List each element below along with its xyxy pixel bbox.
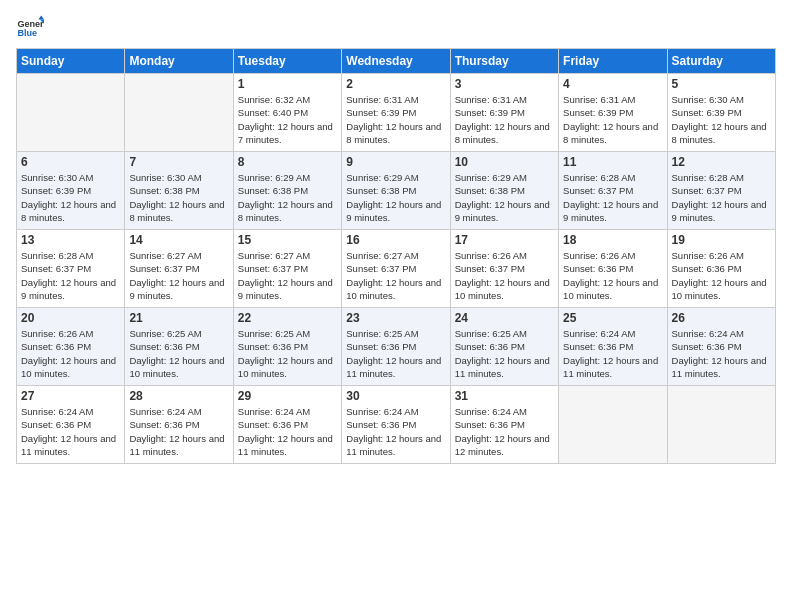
- day-number: 10: [455, 155, 554, 169]
- day-number: 13: [21, 233, 120, 247]
- day-info: Sunrise: 6:29 AMSunset: 6:38 PMDaylight:…: [346, 171, 445, 224]
- week-row-3: 13Sunrise: 6:28 AMSunset: 6:37 PMDayligh…: [17, 230, 776, 308]
- calendar-cell: 8Sunrise: 6:29 AMSunset: 6:38 PMDaylight…: [233, 152, 341, 230]
- day-info: Sunrise: 6:24 AMSunset: 6:36 PMDaylight:…: [672, 327, 771, 380]
- calendar-cell: 13Sunrise: 6:28 AMSunset: 6:37 PMDayligh…: [17, 230, 125, 308]
- day-info: Sunrise: 6:24 AMSunset: 6:36 PMDaylight:…: [346, 405, 445, 458]
- day-info: Sunrise: 6:24 AMSunset: 6:36 PMDaylight:…: [238, 405, 337, 458]
- day-number: 17: [455, 233, 554, 247]
- day-number: 30: [346, 389, 445, 403]
- calendar-cell: 10Sunrise: 6:29 AMSunset: 6:38 PMDayligh…: [450, 152, 558, 230]
- day-info: Sunrise: 6:25 AMSunset: 6:36 PMDaylight:…: [238, 327, 337, 380]
- day-number: 21: [129, 311, 228, 325]
- day-info: Sunrise: 6:31 AMSunset: 6:39 PMDaylight:…: [563, 93, 662, 146]
- day-info: Sunrise: 6:27 AMSunset: 6:37 PMDaylight:…: [129, 249, 228, 302]
- day-info: Sunrise: 6:30 AMSunset: 6:39 PMDaylight:…: [21, 171, 120, 224]
- calendar-cell: 12Sunrise: 6:28 AMSunset: 6:37 PMDayligh…: [667, 152, 775, 230]
- day-info: Sunrise: 6:32 AMSunset: 6:40 PMDaylight:…: [238, 93, 337, 146]
- day-info: Sunrise: 6:24 AMSunset: 6:36 PMDaylight:…: [455, 405, 554, 458]
- day-number: 9: [346, 155, 445, 169]
- calendar-cell: 4Sunrise: 6:31 AMSunset: 6:39 PMDaylight…: [559, 74, 667, 152]
- day-number: 11: [563, 155, 662, 169]
- day-number: 8: [238, 155, 337, 169]
- calendar-cell: 28Sunrise: 6:24 AMSunset: 6:36 PMDayligh…: [125, 386, 233, 464]
- calendar-cell: 26Sunrise: 6:24 AMSunset: 6:36 PMDayligh…: [667, 308, 775, 386]
- calendar-cell: 24Sunrise: 6:25 AMSunset: 6:36 PMDayligh…: [450, 308, 558, 386]
- day-number: 14: [129, 233, 228, 247]
- day-number: 1: [238, 77, 337, 91]
- calendar-cell: 9Sunrise: 6:29 AMSunset: 6:38 PMDaylight…: [342, 152, 450, 230]
- calendar-cell: 30Sunrise: 6:24 AMSunset: 6:36 PMDayligh…: [342, 386, 450, 464]
- calendar-cell: 25Sunrise: 6:24 AMSunset: 6:36 PMDayligh…: [559, 308, 667, 386]
- svg-marker-2: [38, 15, 44, 19]
- day-info: Sunrise: 6:24 AMSunset: 6:36 PMDaylight:…: [129, 405, 228, 458]
- calendar-cell: 11Sunrise: 6:28 AMSunset: 6:37 PMDayligh…: [559, 152, 667, 230]
- calendar-cell: 6Sunrise: 6:30 AMSunset: 6:39 PMDaylight…: [17, 152, 125, 230]
- header-tuesday: Tuesday: [233, 49, 341, 74]
- day-number: 18: [563, 233, 662, 247]
- calendar-cell: 1Sunrise: 6:32 AMSunset: 6:40 PMDaylight…: [233, 74, 341, 152]
- day-info: Sunrise: 6:24 AMSunset: 6:36 PMDaylight:…: [563, 327, 662, 380]
- calendar-page: General Blue SundayMondayTuesdayWednesda…: [0, 0, 792, 612]
- header-sunday: Sunday: [17, 49, 125, 74]
- day-info: Sunrise: 6:26 AMSunset: 6:36 PMDaylight:…: [21, 327, 120, 380]
- logo-icon: General Blue: [16, 14, 44, 42]
- calendar-cell: 7Sunrise: 6:30 AMSunset: 6:38 PMDaylight…: [125, 152, 233, 230]
- day-number: 7: [129, 155, 228, 169]
- day-number: 31: [455, 389, 554, 403]
- day-number: 16: [346, 233, 445, 247]
- calendar-cell: 21Sunrise: 6:25 AMSunset: 6:36 PMDayligh…: [125, 308, 233, 386]
- header: General Blue: [16, 10, 776, 42]
- calendar-cell: [667, 386, 775, 464]
- calendar-cell: [125, 74, 233, 152]
- day-info: Sunrise: 6:27 AMSunset: 6:37 PMDaylight:…: [238, 249, 337, 302]
- day-number: 26: [672, 311, 771, 325]
- week-row-4: 20Sunrise: 6:26 AMSunset: 6:36 PMDayligh…: [17, 308, 776, 386]
- calendar-cell: 27Sunrise: 6:24 AMSunset: 6:36 PMDayligh…: [17, 386, 125, 464]
- day-number: 23: [346, 311, 445, 325]
- calendar-cell: 18Sunrise: 6:26 AMSunset: 6:36 PMDayligh…: [559, 230, 667, 308]
- day-info: Sunrise: 6:25 AMSunset: 6:36 PMDaylight:…: [129, 327, 228, 380]
- day-number: 12: [672, 155, 771, 169]
- day-info: Sunrise: 6:28 AMSunset: 6:37 PMDaylight:…: [672, 171, 771, 224]
- day-info: Sunrise: 6:27 AMSunset: 6:37 PMDaylight:…: [346, 249, 445, 302]
- calendar-cell: 16Sunrise: 6:27 AMSunset: 6:37 PMDayligh…: [342, 230, 450, 308]
- day-number: 3: [455, 77, 554, 91]
- day-info: Sunrise: 6:26 AMSunset: 6:36 PMDaylight:…: [563, 249, 662, 302]
- day-number: 19: [672, 233, 771, 247]
- header-thursday: Thursday: [450, 49, 558, 74]
- day-info: Sunrise: 6:31 AMSunset: 6:39 PMDaylight:…: [455, 93, 554, 146]
- calendar-cell: 15Sunrise: 6:27 AMSunset: 6:37 PMDayligh…: [233, 230, 341, 308]
- week-row-5: 27Sunrise: 6:24 AMSunset: 6:36 PMDayligh…: [17, 386, 776, 464]
- week-row-1: 1Sunrise: 6:32 AMSunset: 6:40 PMDaylight…: [17, 74, 776, 152]
- day-info: Sunrise: 6:24 AMSunset: 6:36 PMDaylight:…: [21, 405, 120, 458]
- calendar-cell: 20Sunrise: 6:26 AMSunset: 6:36 PMDayligh…: [17, 308, 125, 386]
- day-info: Sunrise: 6:31 AMSunset: 6:39 PMDaylight:…: [346, 93, 445, 146]
- day-info: Sunrise: 6:26 AMSunset: 6:36 PMDaylight:…: [672, 249, 771, 302]
- calendar-cell: 31Sunrise: 6:24 AMSunset: 6:36 PMDayligh…: [450, 386, 558, 464]
- week-row-2: 6Sunrise: 6:30 AMSunset: 6:39 PMDaylight…: [17, 152, 776, 230]
- day-number: 22: [238, 311, 337, 325]
- day-number: 5: [672, 77, 771, 91]
- calendar-cell: [559, 386, 667, 464]
- calendar-cell: 29Sunrise: 6:24 AMSunset: 6:36 PMDayligh…: [233, 386, 341, 464]
- header-monday: Monday: [125, 49, 233, 74]
- day-info: Sunrise: 6:25 AMSunset: 6:36 PMDaylight:…: [455, 327, 554, 380]
- header-saturday: Saturday: [667, 49, 775, 74]
- day-number: 6: [21, 155, 120, 169]
- calendar-cell: 14Sunrise: 6:27 AMSunset: 6:37 PMDayligh…: [125, 230, 233, 308]
- day-info: Sunrise: 6:30 AMSunset: 6:39 PMDaylight:…: [672, 93, 771, 146]
- calendar-cell: 3Sunrise: 6:31 AMSunset: 6:39 PMDaylight…: [450, 74, 558, 152]
- calendar-cell: 22Sunrise: 6:25 AMSunset: 6:36 PMDayligh…: [233, 308, 341, 386]
- svg-text:Blue: Blue: [17, 28, 37, 38]
- header-row: SundayMondayTuesdayWednesdayThursdayFrid…: [17, 49, 776, 74]
- svg-text:General: General: [17, 19, 44, 29]
- day-info: Sunrise: 6:29 AMSunset: 6:38 PMDaylight:…: [238, 171, 337, 224]
- day-number: 29: [238, 389, 337, 403]
- day-info: Sunrise: 6:26 AMSunset: 6:37 PMDaylight:…: [455, 249, 554, 302]
- day-info: Sunrise: 6:30 AMSunset: 6:38 PMDaylight:…: [129, 171, 228, 224]
- day-number: 25: [563, 311, 662, 325]
- calendar-cell: 23Sunrise: 6:25 AMSunset: 6:36 PMDayligh…: [342, 308, 450, 386]
- day-info: Sunrise: 6:25 AMSunset: 6:36 PMDaylight:…: [346, 327, 445, 380]
- calendar-cell: 5Sunrise: 6:30 AMSunset: 6:39 PMDaylight…: [667, 74, 775, 152]
